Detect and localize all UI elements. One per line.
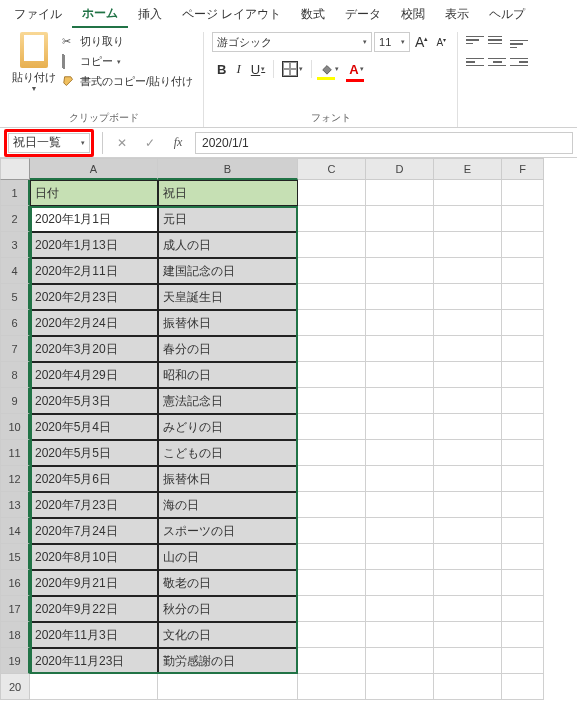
cell[interactable] xyxy=(502,206,544,232)
row-header[interactable]: 7 xyxy=(0,336,30,362)
increase-indent-button[interactable] xyxy=(544,54,552,70)
row-header[interactable]: 19 xyxy=(0,648,30,674)
cell[interactable]: 2020年5月4日 xyxy=(30,414,158,440)
cell[interactable] xyxy=(298,414,366,440)
cell[interactable] xyxy=(366,232,434,258)
cell[interactable] xyxy=(434,674,502,700)
cell[interactable] xyxy=(434,648,502,674)
cell[interactable] xyxy=(298,570,366,596)
cell[interactable] xyxy=(298,622,366,648)
copy-button[interactable]: コピー ▾ xyxy=(60,52,195,71)
italic-button[interactable]: I xyxy=(231,58,245,80)
cell[interactable]: 成人の日 xyxy=(158,232,298,258)
paste-button[interactable]: 貼り付け ▼ xyxy=(12,32,56,111)
cell[interactable] xyxy=(298,596,366,622)
cell[interactable]: 2020年8月10日 xyxy=(30,544,158,570)
cell[interactable] xyxy=(366,544,434,570)
row-header[interactable]: 10 xyxy=(0,414,30,440)
cell[interactable] xyxy=(366,362,434,388)
cell[interactable] xyxy=(434,518,502,544)
format-painter-button[interactable]: 書式のコピー/貼り付け xyxy=(60,72,195,91)
cell[interactable]: 2020年11月23日 xyxy=(30,648,158,674)
cell[interactable]: 2020年5月6日 xyxy=(30,466,158,492)
cell[interactable] xyxy=(434,336,502,362)
cell[interactable] xyxy=(366,570,434,596)
cell[interactable] xyxy=(298,648,366,674)
cell[interactable] xyxy=(434,544,502,570)
cell[interactable] xyxy=(502,596,544,622)
cell[interactable]: 2020年2月11日 xyxy=(30,258,158,284)
cell[interactable] xyxy=(434,284,502,310)
cell[interactable] xyxy=(434,258,502,284)
menu-review[interactable]: 校閲 xyxy=(391,2,435,27)
cell[interactable] xyxy=(298,180,366,206)
cell[interactable] xyxy=(298,492,366,518)
cell[interactable] xyxy=(502,388,544,414)
cancel-formula-button[interactable]: ✕ xyxy=(111,133,133,153)
cell[interactable] xyxy=(434,492,502,518)
row-header[interactable]: 3 xyxy=(0,232,30,258)
cell[interactable] xyxy=(298,310,366,336)
cell[interactable]: 2020年1月13日 xyxy=(30,232,158,258)
font-color-button[interactable]: A ▾ xyxy=(344,59,368,80)
row-header[interactable]: 5 xyxy=(0,284,30,310)
cell[interactable] xyxy=(502,232,544,258)
font-name-select[interactable]: 游ゴシック ▾ xyxy=(212,32,372,52)
cell[interactable]: 振替休日 xyxy=(158,466,298,492)
cell[interactable]: 日付 xyxy=(30,180,158,206)
row-header[interactable]: 16 xyxy=(0,570,30,596)
cell[interactable] xyxy=(366,466,434,492)
cell[interactable] xyxy=(366,388,434,414)
cell[interactable] xyxy=(298,466,366,492)
row-header[interactable]: 17 xyxy=(0,596,30,622)
menu-data[interactable]: データ xyxy=(335,2,391,27)
cell[interactable] xyxy=(434,466,502,492)
cell[interactable] xyxy=(502,440,544,466)
cell[interactable]: 2020年9月21日 xyxy=(30,570,158,596)
cell[interactable]: 秋分の日 xyxy=(158,596,298,622)
cell[interactable]: 2020年2月23日 xyxy=(30,284,158,310)
row-header[interactable]: 18 xyxy=(0,622,30,648)
wrap-text-button[interactable] xyxy=(532,32,540,48)
cell[interactable] xyxy=(366,284,434,310)
menu-home[interactable]: ホーム xyxy=(72,1,128,28)
cell[interactable] xyxy=(366,180,434,206)
cell[interactable] xyxy=(502,622,544,648)
align-center-button[interactable] xyxy=(488,54,506,70)
cell[interactable] xyxy=(434,206,502,232)
cell[interactable]: 2020年5月5日 xyxy=(30,440,158,466)
font-size-select[interactable]: 11 ▾ xyxy=(374,32,410,52)
cell[interactable] xyxy=(298,336,366,362)
cell[interactable]: 海の日 xyxy=(158,492,298,518)
row-header[interactable]: 1 xyxy=(0,180,30,206)
cell[interactable] xyxy=(366,596,434,622)
row-header[interactable]: 13 xyxy=(0,492,30,518)
cell[interactable]: 2020年11月3日 xyxy=(30,622,158,648)
cell[interactable] xyxy=(366,648,434,674)
cell[interactable] xyxy=(434,180,502,206)
cell[interactable] xyxy=(502,180,544,206)
cell[interactable] xyxy=(502,414,544,440)
cell[interactable] xyxy=(366,336,434,362)
cell[interactable]: 元日 xyxy=(158,206,298,232)
cell[interactable]: 祝日 xyxy=(158,180,298,206)
cell[interactable] xyxy=(434,596,502,622)
cell[interactable] xyxy=(434,232,502,258)
cell[interactable] xyxy=(298,544,366,570)
cell[interactable]: 振替休日 xyxy=(158,310,298,336)
col-header-C[interactable]: C xyxy=(298,158,366,180)
cell[interactable] xyxy=(502,674,544,700)
cell[interactable] xyxy=(366,674,434,700)
cell[interactable] xyxy=(502,492,544,518)
align-left-button[interactable] xyxy=(466,54,484,70)
cell[interactable] xyxy=(366,310,434,336)
cell[interactable] xyxy=(366,492,434,518)
cell[interactable] xyxy=(366,414,434,440)
borders-button[interactable]: ▾ xyxy=(277,58,308,80)
cell[interactable] xyxy=(502,544,544,570)
cell[interactable]: 2020年1月1日 xyxy=(30,206,158,232)
row-header[interactable]: 6 xyxy=(0,310,30,336)
decrease-font-size-button[interactable]: A▾ xyxy=(433,35,449,49)
col-header-E[interactable]: E xyxy=(434,158,502,180)
cell[interactable] xyxy=(158,674,298,700)
